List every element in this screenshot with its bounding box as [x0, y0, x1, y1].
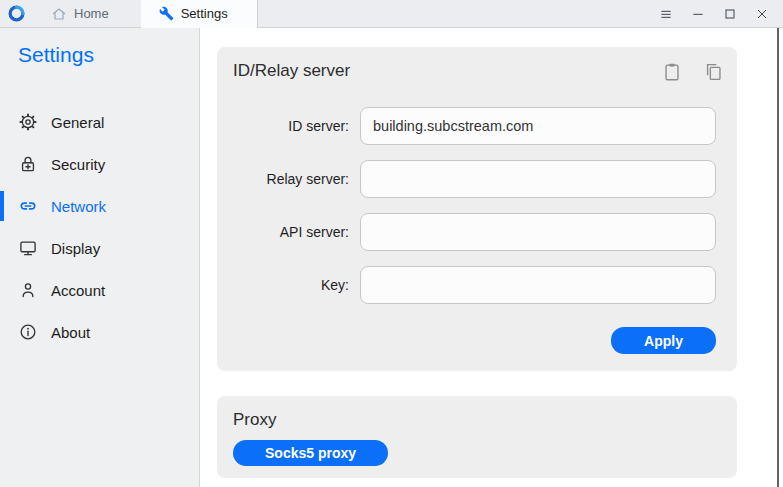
tab-home-label: Home [74, 6, 109, 21]
monitor-icon [18, 238, 38, 258]
key-input[interactable] [360, 266, 716, 304]
settings-content: ID/Relay server ID server: Relay server: [200, 28, 783, 487]
proxy-card: Proxy Socks5 proxy [217, 396, 737, 478]
home-icon [51, 6, 67, 22]
gear-icon [18, 112, 38, 132]
maximize-icon[interactable] [719, 3, 741, 25]
person-icon [18, 280, 38, 300]
title-bar: Home Settings [0, 0, 783, 28]
sidebar-item-about[interactable]: About [0, 311, 199, 353]
socks5-proxy-button[interactable]: Socks5 proxy [233, 440, 388, 466]
sidebar-item-label: Security [51, 156, 105, 173]
sidebar-item-general[interactable]: General [0, 101, 199, 143]
minimize-icon[interactable] [687, 3, 709, 25]
sidebar-item-security[interactable]: Security [0, 143, 199, 185]
vertical-scrollbar[interactable] [777, 28, 779, 487]
relay-server-input[interactable] [360, 160, 716, 198]
tab-home[interactable]: Home [37, 0, 123, 28]
close-icon[interactable] [751, 3, 773, 25]
apply-button[interactable]: Apply [611, 327, 716, 354]
lock-icon [18, 154, 38, 174]
card-actions [661, 61, 725, 83]
api-server-row: API server: [233, 213, 737, 251]
apply-row: Apply [217, 327, 737, 354]
id-server-input[interactable] [360, 107, 716, 145]
id-server-row: ID server: [233, 107, 737, 145]
sidebar-item-network[interactable]: Network [0, 185, 199, 227]
key-label: Key: [233, 277, 349, 293]
card-title: Proxy [217, 396, 737, 430]
card-title: ID/Relay server [217, 47, 737, 81]
relay-server-row: Relay server: [233, 160, 737, 198]
sidebar-item-account[interactable]: Account [0, 269, 199, 311]
selected-indicator [0, 191, 4, 221]
paste-icon[interactable] [661, 61, 683, 83]
info-icon [18, 322, 38, 342]
sidebar-nav: General Security Network [0, 101, 199, 353]
sidebar-title: Settings [18, 40, 199, 70]
app-logo-icon [8, 5, 25, 22]
api-server-input[interactable] [360, 213, 716, 251]
sidebar-item-label: General [51, 114, 104, 131]
sidebar-item-label: Network [51, 198, 106, 215]
wrench-icon [159, 6, 174, 21]
window-controls [655, 3, 783, 25]
menu-icon[interactable] [655, 3, 677, 25]
key-row: Key: [233, 266, 737, 304]
id-server-label: ID server: [233, 118, 349, 134]
tab-settings[interactable]: Settings [141, 0, 258, 28]
settings-sidebar: Settings General [0, 28, 200, 487]
sidebar-item-label: Account [51, 282, 105, 299]
link-icon [18, 196, 38, 216]
copy-icon[interactable] [703, 61, 725, 83]
tab-settings-label: Settings [181, 6, 228, 21]
sidebar-item-label: About [51, 324, 90, 341]
id-relay-server-card: ID/Relay server ID server: Relay server: [217, 47, 737, 371]
api-server-label: API server: [233, 224, 349, 240]
sidebar-item-label: Display [51, 240, 100, 257]
sidebar-item-display[interactable]: Display [0, 227, 199, 269]
relay-server-label: Relay server: [233, 171, 349, 187]
